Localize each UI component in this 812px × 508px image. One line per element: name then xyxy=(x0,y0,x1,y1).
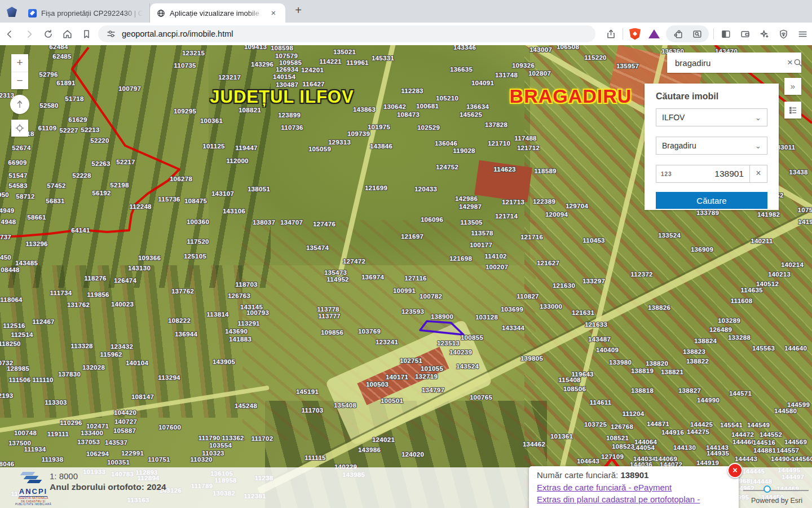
extensions-group xyxy=(666,25,709,42)
parcel-label: 103289 xyxy=(718,317,740,324)
zoom-out-button[interactable]: − xyxy=(11,72,28,89)
parcel-label: 105887 xyxy=(113,427,136,434)
parcel-label: 144935 xyxy=(707,450,729,457)
parcel-label: 103769 xyxy=(358,328,381,335)
parcel-label: 57452 xyxy=(47,182,65,189)
parcel-label: 112372 xyxy=(630,271,653,278)
toolbar-divider xyxy=(713,28,714,40)
parcel-label: 136909 xyxy=(691,246,713,253)
tab-imobile[interactable]: Aplicație vizualizare imobile × xyxy=(150,3,285,23)
parcel-label: 145248 xyxy=(235,402,257,409)
cadastral-number-field[interactable]: 123 138901 × xyxy=(656,165,767,183)
back-button[interactable] xyxy=(0,25,19,42)
leo-ai-sparkle-icon[interactable] xyxy=(754,25,774,42)
parcel-label: 127109 xyxy=(601,453,624,460)
parcel-label: 144516 xyxy=(753,439,775,446)
parcel-label: 136634 xyxy=(466,103,489,110)
parcel-label: 102751 xyxy=(400,357,422,364)
extras-carte-funciara-link[interactable]: Extras de carte funciară - ePayment xyxy=(537,481,731,493)
parcel-label: 108521 xyxy=(606,435,629,441)
new-tab-button[interactable]: + xyxy=(291,3,306,18)
parcel-label: 144904 xyxy=(771,456,793,462)
parcel-label: 138827 xyxy=(678,387,701,394)
parcel-label: 100765 xyxy=(470,394,492,401)
extras-plan-cadastral-link[interactable]: Extras din planul cadastral pe ortofotop… xyxy=(537,493,731,508)
parcel-label: 144275 xyxy=(687,428,709,435)
parcel-label: 144871 xyxy=(647,421,669,427)
parcel-label: 121710 xyxy=(488,140,510,147)
search-page-icon[interactable] xyxy=(687,25,707,42)
parcel-label: 119447 xyxy=(235,144,258,151)
parcel-label: 143905 xyxy=(213,358,235,365)
parcel-label: 143007 xyxy=(529,46,552,53)
parcel-label: 118589 xyxy=(534,168,557,174)
bat-rewards-icon[interactable] xyxy=(645,25,664,42)
parcel-label: 142987 xyxy=(459,203,482,210)
ancpi-logo-icon xyxy=(14,471,53,485)
parcel-label: 126763 xyxy=(228,292,250,299)
parcel-label: 54583 xyxy=(8,182,27,189)
reload-button[interactable] xyxy=(38,25,58,42)
parcel-label: 113294 xyxy=(158,374,180,381)
home-button[interactable] xyxy=(58,25,77,42)
parcel-label: 111506 xyxy=(9,376,31,383)
zoom-in-button[interactable]: + xyxy=(11,54,28,72)
number-clear-icon[interactable]: × xyxy=(749,165,767,183)
parcel-label: 126489 xyxy=(709,326,732,333)
parcel-label: 121697 xyxy=(401,233,423,240)
parcel-label: 144881 xyxy=(753,447,776,454)
county-select[interactable]: ILFOV ⌄ xyxy=(656,108,767,126)
parcel-label: 118703 xyxy=(235,281,258,288)
forward-button[interactable] xyxy=(19,25,38,42)
parcel-label: 126934 xyxy=(276,66,298,73)
parcel-label: 106096 xyxy=(421,216,443,223)
close-tab-icon[interactable]: × xyxy=(268,8,279,18)
menu-hamburger-icon[interactable] xyxy=(793,25,812,42)
parcel-label: 143846 xyxy=(370,143,392,150)
map-search-input[interactable] xyxy=(667,58,787,68)
parcel-label: 135474 xyxy=(306,244,329,251)
parcel-label: 108147 xyxy=(131,393,154,400)
parcel-label: 108475 xyxy=(184,198,207,204)
parcel-label: 121627 xyxy=(537,260,559,266)
parcel-label: 100748 xyxy=(14,430,37,436)
tab-crm[interactable]: Fișa proprietății CP2922430 | CRM xyxy=(21,3,150,23)
zoom-slider-track[interactable] xyxy=(743,490,809,491)
cautare-button[interactable]: Căutare xyxy=(656,192,767,209)
parcel-label: 103128 xyxy=(475,314,498,321)
url-bar[interactable]: geoportal.ancpi.ro/imobile.html xyxy=(98,25,595,42)
popup-close-button[interactable]: × xyxy=(727,463,743,478)
zoom-slider-knob[interactable] xyxy=(764,485,771,493)
parcel-label: 132028 xyxy=(82,364,105,371)
locate-me-button[interactable] xyxy=(11,120,28,137)
compass-north-button[interactable] xyxy=(10,95,29,114)
parcel-label: 106294 xyxy=(86,450,109,457)
city-select[interactable]: Bragadiru ⌄ xyxy=(656,137,767,155)
search-submit-button[interactable] xyxy=(793,58,803,68)
city-select-value: Bragadiru xyxy=(662,141,696,150)
vpn-shield-icon[interactable] xyxy=(774,25,793,42)
sidebar-toggle-icon[interactable] xyxy=(716,25,735,42)
parcel-label: 123899 xyxy=(278,112,301,119)
parcel-label: 143690 xyxy=(225,328,248,335)
parcel-label: 141883 xyxy=(229,336,251,343)
extensions-puzzle-icon[interactable] xyxy=(668,25,687,42)
parcel-label: 64141 xyxy=(71,227,90,234)
collapse-panel-button[interactable]: » xyxy=(784,78,801,95)
parcel-label: 52227 xyxy=(59,127,78,134)
parcel-label: 113578 xyxy=(471,230,493,237)
wallet-icon[interactable] xyxy=(735,25,754,42)
parcel-label: 123593 xyxy=(401,308,424,315)
parcel-label: 132719 xyxy=(415,373,438,380)
site-settings-icon[interactable] xyxy=(106,29,116,39)
search-clear-icon[interactable]: × xyxy=(787,57,793,68)
parcel-label: 106278 xyxy=(170,176,192,182)
bookmark-icon[interactable] xyxy=(77,25,96,42)
layer-list-button[interactable] xyxy=(784,102,801,119)
parcel-label: 144130 xyxy=(673,444,696,451)
share-icon[interactable] xyxy=(601,25,620,42)
brave-shield-icon[interactable] xyxy=(625,25,645,42)
parcel-label: 141982 xyxy=(757,211,780,218)
parcel-label: 144919 xyxy=(696,459,719,466)
parcel-label: 100360 xyxy=(187,218,209,225)
